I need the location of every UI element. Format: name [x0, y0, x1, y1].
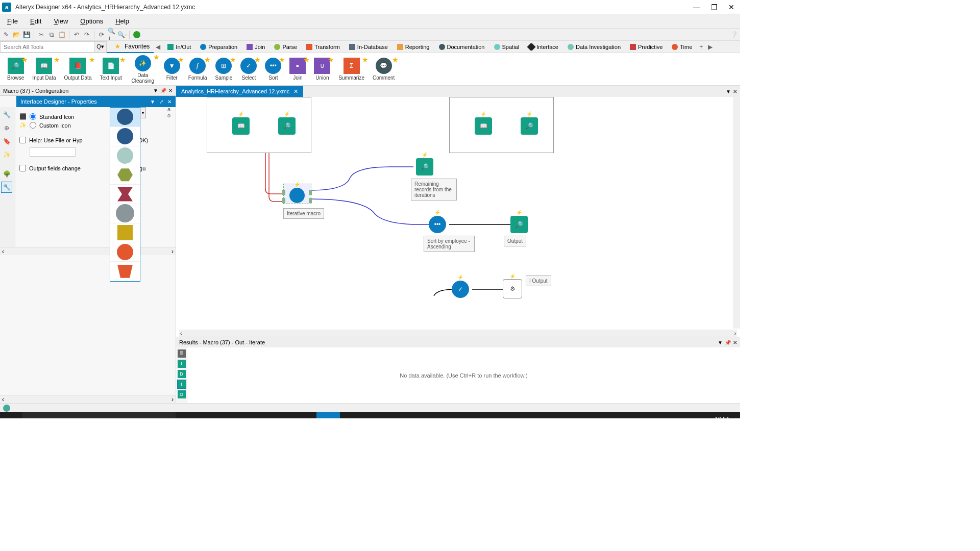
tab-inout[interactable]: In/Out: [163, 44, 195, 50]
tabs-add[interactable]: +: [697, 43, 705, 51]
tool-browse[interactable]: ★🔎Browse: [7, 58, 24, 81]
tool-formula[interactable]: ★ƒFormula: [188, 58, 207, 81]
maximize-button[interactable]: ❐: [707, 3, 721, 11]
side-icon-tree[interactable]: 🌳: [1, 168, 12, 180]
node-input[interactable]: 📖⚡: [232, 117, 250, 135]
tool-union[interactable]: ★∪Union: [314, 58, 330, 81]
menu-edit[interactable]: Edit: [30, 17, 41, 25]
undo-icon[interactable]: ↶: [72, 31, 81, 39]
icon-option-teal[interactable]: [110, 146, 140, 166]
run-button[interactable]: [133, 31, 141, 39]
panel-dropdown-icon[interactable]: ▼: [153, 88, 158, 93]
canvas-scroll-v[interactable]: [733, 97, 740, 329]
tool-inputdata[interactable]: ★📖Input Data: [32, 58, 56, 81]
menu-view[interactable]: View: [54, 17, 68, 25]
results-d-icon[interactable]: D: [178, 370, 186, 378]
tool-sort[interactable]: ★•••Sort: [265, 58, 281, 81]
node-sort[interactable]: •••⚡: [429, 216, 446, 233]
results-close[interactable]: ✕: [733, 340, 737, 345]
taskbar-explorer[interactable]: 📁: [199, 412, 223, 418]
tab-predictive[interactable]: Predictive: [626, 44, 667, 50]
taskbar-clock[interactable]: 16:54 05/07/2016: [708, 416, 736, 418]
tab-documentation[interactable]: Documentation: [435, 44, 489, 50]
radio-standard-icon[interactable]: [30, 113, 36, 120]
container-1[interactable]: [207, 97, 311, 153]
icon-option-red[interactable]: [110, 185, 140, 204]
copy-icon[interactable]: ⧉: [47, 31, 56, 39]
results-o-icon[interactable]: O: [178, 390, 186, 398]
icon-option-orange2[interactable]: [110, 262, 140, 281]
redo-icon[interactable]: ↷: [83, 31, 91, 39]
node-macro[interactable]: ⚡: [289, 188, 305, 203]
results-pin[interactable]: 📌: [725, 340, 731, 345]
taskbar-chrome[interactable]: 🌐: [223, 412, 246, 418]
tool-summarize[interactable]: ★ΣSummarize: [338, 58, 364, 81]
menu-help[interactable]: Help: [115, 17, 129, 25]
tab-transform[interactable]: Transform: [302, 44, 344, 50]
node-input-2[interactable]: 📖⚡: [475, 117, 492, 135]
check-output[interactable]: [19, 165, 26, 171]
anchor-l1[interactable]: [282, 190, 285, 195]
anchor-r1[interactable]: [309, 190, 312, 195]
tab-reporting[interactable]: Reporting: [393, 44, 434, 50]
help-input[interactable]: [30, 147, 76, 157]
new-icon[interactable]: ✎: [2, 31, 10, 39]
anchor-r2[interactable]: [309, 198, 312, 203]
tabs-close[interactable]: ✕: [733, 89, 737, 94]
results-dropdown[interactable]: ▼: [718, 340, 723, 345]
node-browse-1[interactable]: 🔎⚡: [278, 117, 296, 135]
tab-indatabase[interactable]: In-Database: [345, 44, 392, 50]
minimize-button[interactable]: —: [690, 3, 703, 11]
cut-icon[interactable]: ✂: [37, 31, 45, 39]
scroll-right-2[interactable]: ›: [172, 396, 174, 403]
search-button[interactable]: Q▾: [94, 41, 107, 53]
workflow-canvas[interactable]: 📖⚡ 🔎⚡ 📖⚡ 🔎⚡ ⚡ Iterative macro 🔎⚡ Remaini…: [176, 97, 740, 337]
tool-datacleansing[interactable]: ★✨Data Cleansing: [130, 55, 156, 84]
icon-option-olive[interactable]: [110, 165, 140, 185]
zoomout-icon[interactable]: 🔍-: [118, 31, 126, 39]
designer-expand-icon[interactable]: ⤢: [159, 99, 163, 105]
node-select-bottom[interactable]: ✓⚡: [452, 281, 469, 298]
designer-dropdown-icon[interactable]: ▼: [150, 99, 155, 105]
side-icon-props[interactable]: 🔧: [1, 182, 12, 193]
active-document-tab[interactable]: Analytics_HRHierarchy_Advanced 12.yxmc ✕: [176, 86, 303, 97]
node-browse-output[interactable]: 🔎⚡: [510, 216, 528, 233]
windows-start-button[interactable]: ⊞: [0, 412, 22, 418]
canvas-scroll-h[interactable]: ‹›: [179, 330, 737, 337]
side-icon-target[interactable]: ⊕: [1, 122, 12, 134]
icon-option-blue[interactable]: [110, 108, 140, 127]
panel-close-icon[interactable]: ✕: [168, 88, 173, 93]
node-browse-remaining[interactable]: 🔎⚡: [416, 158, 433, 176]
taskbar-search[interactable]: Search the web and Windows: [22, 412, 176, 418]
open-icon[interactable]: 📂: [12, 31, 20, 39]
search-input[interactable]: [0, 41, 94, 53]
taskbar-alteryx[interactable]: a: [316, 412, 340, 418]
results-i-icon[interactable]: I: [178, 360, 186, 368]
node-browse-2[interactable]: 🔎⚡: [521, 117, 538, 135]
close-button[interactable]: ✕: [725, 3, 738, 11]
tab-join[interactable]: Join: [242, 44, 269, 50]
anchor-l2[interactable]: [282, 198, 285, 203]
icon-option-blue2[interactable]: [110, 127, 140, 146]
scroll-left-2[interactable]: ‹: [2, 396, 4, 403]
icon-option-orange[interactable]: [110, 242, 140, 262]
tool-outputdata[interactable]: ★📕Output Data: [64, 58, 92, 81]
zoomin-icon[interactable]: 🔍+: [108, 31, 116, 39]
scroll-left[interactable]: ‹: [2, 248, 4, 255]
tabs-dropdown[interactable]: ▼: [726, 89, 731, 94]
refresh-icon[interactable]: ⟳: [97, 31, 106, 39]
tab-preparation[interactable]: Preparation: [196, 44, 241, 50]
scroll-right[interactable]: ›: [172, 248, 174, 255]
side-icon-wrench[interactable]: 🔧: [1, 109, 12, 120]
icon-option-gray[interactable]: [110, 204, 140, 223]
tool-filter[interactable]: ★▼Filter: [164, 58, 180, 81]
tab-parse[interactable]: Parse: [270, 44, 301, 50]
tab-interface[interactable]: Interface: [524, 44, 562, 50]
taskbar-taskview[interactable]: ▭: [176, 412, 199, 418]
tool-select[interactable]: ★✓Select: [240, 58, 257, 81]
icon-option-yellow[interactable]: [110, 223, 140, 243]
tab-time[interactable]: Time: [668, 44, 696, 50]
results-list-icon[interactable]: ≣: [178, 349, 186, 358]
menu-options[interactable]: Options: [80, 17, 103, 25]
tool-textinput[interactable]: ★📄Text Input: [100, 58, 121, 81]
